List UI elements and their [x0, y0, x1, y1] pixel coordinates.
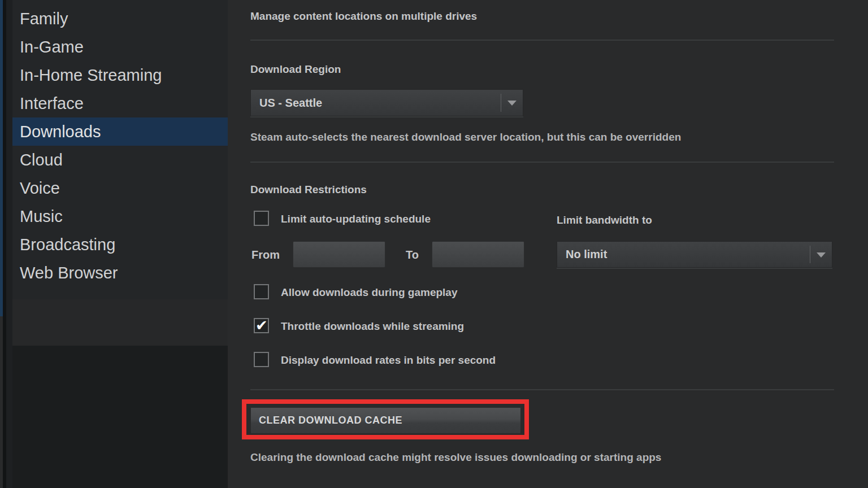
- divider: [250, 389, 834, 390]
- clear-download-cache-button[interactable]: CLEAR DOWNLOAD CACHE: [250, 407, 521, 434]
- schedule-from-input[interactable]: [293, 241, 385, 268]
- sidebar-item-family[interactable]: Family: [12, 5, 228, 33]
- limit-auto-updating-label: Limit auto-updating schedule: [281, 213, 431, 225]
- allow-downloads-gameplay-label: Allow downloads during gameplay: [281, 286, 457, 299]
- sidebar-item-web-browser[interactable]: Web Browser: [12, 259, 228, 287]
- throttle-downloads-streaming-label: Throttle downloads while streaming: [281, 320, 464, 333]
- sidebar-item-broadcasting[interactable]: Broadcasting: [12, 230, 228, 259]
- download-region-value: US - Seattle: [259, 90, 322, 116]
- sidebar-item-voice[interactable]: Voice: [12, 174, 228, 202]
- download-region-label: Download Region: [250, 63, 341, 76]
- divider: [250, 40, 834, 41]
- steam-settings-window: Family In-Game In-Home Streaming Interfa…: [0, 0, 868, 488]
- throttle-downloads-streaming-checkbox[interactable]: [254, 318, 269, 333]
- dropdown-separator: [810, 246, 810, 263]
- download-restrictions-title: Download Restrictions: [250, 184, 367, 196]
- sidebar-lower-band: [12, 299, 228, 346]
- clear-cache-help-text: Clearing the download cache might resolv…: [250, 451, 661, 464]
- schedule-to-input[interactable]: [432, 241, 524, 268]
- chevron-down-icon: [507, 101, 517, 106]
- display-rates-bits-checkbox[interactable]: [254, 352, 269, 367]
- divider: [250, 162, 834, 163]
- limit-bandwidth-label: Limit bandwidth to: [557, 214, 652, 226]
- sidebar-item-cloud[interactable]: Cloud: [12, 146, 228, 174]
- download-region-help-text: Steam auto-selects the nearest download …: [250, 131, 681, 143]
- sidebar-item-in-game[interactable]: In-Game: [12, 33, 228, 61]
- limit-auto-updating-checkbox[interactable]: [254, 211, 269, 226]
- schedule-to-label: To: [406, 249, 419, 262]
- dropdown-separator: [501, 94, 501, 112]
- display-rates-bits-label: Display download rates in bits per secon…: [281, 354, 496, 367]
- allow-downloads-gameplay-checkbox[interactable]: [254, 284, 269, 299]
- manage-content-locations-link[interactable]: Manage content locations on multiple dri…: [250, 10, 477, 23]
- sidebar-lower-area: [12, 346, 228, 488]
- settings-nav: Family In-Game In-Home Streaming Interfa…: [12, 5, 228, 287]
- sidebar-item-in-home-streaming[interactable]: In-Home Streaming: [12, 61, 228, 89]
- bandwidth-limit-dropdown[interactable]: No limit: [557, 241, 832, 268]
- sidebar-item-downloads[interactable]: Downloads: [12, 117, 228, 146]
- sidebar-item-music[interactable]: Music: [12, 202, 228, 230]
- sidebar-item-interface[interactable]: Interface: [12, 89, 228, 117]
- bandwidth-limit-value: No limit: [566, 242, 607, 267]
- chevron-down-icon: [817, 252, 826, 258]
- download-region-dropdown[interactable]: US - Seattle: [250, 89, 523, 116]
- sidebar-gutter-mid: [6, 0, 12, 488]
- schedule-from-label: From: [251, 249, 280, 262]
